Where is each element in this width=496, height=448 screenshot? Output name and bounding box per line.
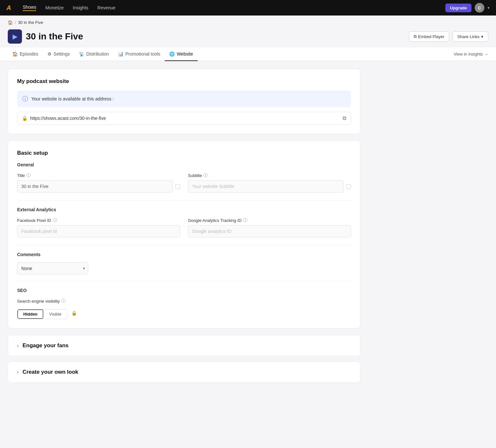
- seo-help-icon[interactable]: ⓘ: [61, 298, 66, 304]
- subtitle-input[interactable]: [188, 180, 344, 193]
- main-content: My podcast website ⓘ Your website is ava…: [0, 61, 368, 396]
- google-analytics-label: Google Analytics Tracking ID ⓘ: [188, 217, 351, 223]
- embed-icon: ⧉: [414, 34, 417, 39]
- avatar-chevron-icon[interactable]: ▾: [488, 6, 490, 10]
- breadcrumb: 🏠 / 30 in the Five: [0, 16, 496, 27]
- copy-url-button[interactable]: ⧉: [343, 115, 346, 121]
- settings-icon: ⚙: [47, 51, 52, 57]
- visibility-hidden-button[interactable]: Hidden: [17, 309, 43, 319]
- create-look-chevron-icon: ›: [17, 370, 19, 375]
- comments-select-wrap: None Disqus Facebook ▾: [17, 262, 88, 275]
- distribution-icon: 📡: [79, 51, 84, 57]
- google-analytics-col: Google Analytics Tracking ID ⓘ: [188, 217, 351, 237]
- title-label: Title ⓘ: [17, 172, 180, 178]
- embed-player-button[interactable]: ⧉ Embed Player: [409, 31, 450, 42]
- visibility-visible-button[interactable]: Visible: [43, 309, 67, 319]
- episodes-icon: 🏠: [12, 51, 18, 57]
- view-in-insights-link[interactable]: View in Insights →: [454, 52, 488, 57]
- seo-section-label: SEO: [17, 288, 351, 293]
- breadcrumb-show-name: 30 in the Five: [18, 20, 43, 25]
- tab-promotional-tools[interactable]: 📊 Promotional tools: [113, 47, 165, 61]
- subtitle-label: Subtitle ⓘ: [188, 172, 351, 178]
- title-subtitle-row: Title ⓘ Subtitle ⓘ: [17, 172, 351, 193]
- comments-select[interactable]: None Disqus Facebook: [17, 262, 88, 275]
- share-chevron-icon: ▾: [481, 34, 483, 39]
- podcast-website-title: My podcast website: [17, 78, 351, 85]
- comments-section-label: Comments: [17, 252, 351, 257]
- facebook-help-icon[interactable]: ⓘ: [53, 217, 57, 223]
- subtitle-field-col: Subtitle ⓘ: [188, 172, 351, 193]
- create-look-title: Create your own look: [23, 369, 78, 375]
- general-section-label: General: [17, 162, 351, 167]
- engage-fans-title: Engage your fans: [23, 342, 69, 349]
- tab-settings[interactable]: ⚙ Settings: [43, 47, 75, 61]
- tab-bar: 🏠 Episodes ⚙ Settings 📡 Distribution 📊 P…: [0, 47, 496, 61]
- facebook-pixel-label: Facebook Pixel ID ⓘ: [17, 217, 180, 223]
- visibility-lock-icon: 🔒: [71, 310, 77, 316]
- upgrade-button[interactable]: Upgrade: [445, 4, 471, 12]
- facebook-pixel-input[interactable]: [17, 225, 180, 237]
- share-links-button[interactable]: Share Links ▾: [452, 31, 488, 42]
- external-analytics-label: External Analytics: [17, 207, 351, 212]
- app-logo: A: [6, 4, 11, 12]
- website-url: https://shows.acast.com/30-in-the-five: [30, 116, 340, 121]
- nav-revenue[interactable]: Revenue: [98, 5, 116, 10]
- url-lock-icon: 🔒: [22, 116, 27, 121]
- website-url-box: 🔒 https://shows.acast.com/30-in-the-five…: [17, 112, 351, 125]
- basic-setup-card: Basic setup General Title ⓘ Subtitle ⓘ: [8, 141, 360, 328]
- page-header: ▶ 30 in the Five ⧉ Embed Player Share Li…: [0, 27, 496, 44]
- website-info-box: ⓘ Your website is available at this addr…: [17, 90, 351, 107]
- nav-shows[interactable]: Shows: [23, 5, 36, 11]
- search-visibility-toggle: Hidden Visible: [17, 309, 67, 319]
- podcast-website-card: My podcast website ⓘ Your website is ava…: [8, 69, 360, 134]
- search-visibility-label: Search engine visibility ⓘ: [17, 298, 351, 304]
- google-help-icon[interactable]: ⓘ: [243, 217, 247, 223]
- engage-fans-section[interactable]: › Engage your fans: [8, 335, 360, 356]
- subtitle-help-icon[interactable]: ⓘ: [203, 172, 208, 178]
- top-navigation: A Shows Monetize Insights Revenue Upgrad…: [0, 0, 496, 16]
- title-field-col: Title ⓘ: [17, 172, 180, 193]
- breadcrumb-separator: /: [15, 20, 16, 25]
- create-look-section[interactable]: › Create your own look: [8, 361, 360, 383]
- tab-distribution[interactable]: 📡 Distribution: [74, 47, 113, 61]
- title-input[interactable]: [17, 180, 173, 193]
- show-icon: ▶: [8, 29, 22, 44]
- title-checkbox[interactable]: [175, 184, 180, 189]
- engage-fans-chevron-icon: ›: [17, 343, 19, 348]
- website-icon: 🌐: [169, 51, 175, 57]
- page-title: 30 in the Five: [26, 31, 83, 42]
- basic-setup-title: Basic setup: [17, 150, 351, 156]
- facebook-pixel-col: Facebook Pixel ID ⓘ: [17, 217, 180, 237]
- nav-insights[interactable]: Insights: [73, 5, 88, 10]
- info-icon: ⓘ: [22, 95, 28, 103]
- tab-website[interactable]: 🌐 Website: [165, 47, 197, 61]
- analytics-row: Facebook Pixel ID ⓘ Google Analytics Tra…: [17, 217, 351, 237]
- title-help-icon[interactable]: ⓘ: [26, 172, 31, 178]
- promotional-icon: 📊: [118, 51, 123, 57]
- subtitle-checkbox[interactable]: [346, 184, 351, 189]
- breadcrumb-home-icon[interactable]: 🏠: [8, 20, 13, 25]
- nav-monetize[interactable]: Monetize: [45, 5, 64, 10]
- insights-arrow-icon: →: [484, 52, 488, 57]
- tab-episodes[interactable]: 🏠 Episodes: [8, 47, 43, 61]
- avatar[interactable]: C: [475, 3, 484, 13]
- google-analytics-input[interactable]: [188, 225, 351, 237]
